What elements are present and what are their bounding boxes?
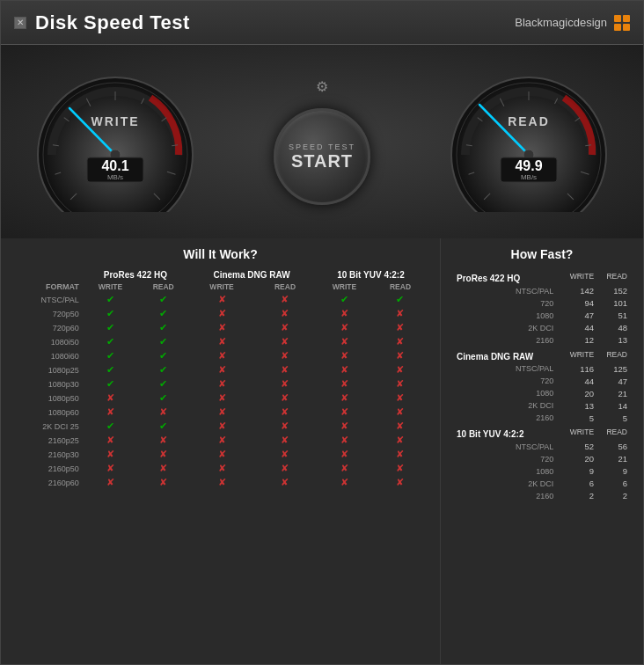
check-icon: ✔ — [106, 336, 114, 347]
read-value: 51 — [596, 310, 630, 322]
check-icon: ✔ — [159, 378, 167, 389]
table-row: 2160p30✘✘✘✘✘✘ — [14, 448, 427, 462]
cross-icon: ✘ — [218, 336, 226, 347]
format-cell: 1080i50 — [14, 335, 83, 349]
cross-icon: ✘ — [159, 463, 167, 473]
lower-section: Will It Work? ProRes 422 HQ Cinema DNG R… — [1, 238, 643, 664]
compat-cell: ✘ — [255, 391, 315, 406]
speed-group-name: Cinema DNG RAW — [454, 347, 559, 363]
cross-icon: ✘ — [106, 449, 114, 459]
prores-header: ProRes 422 HQ — [83, 268, 188, 281]
check-icon: ✔ — [106, 350, 114, 361]
read-value: 21 — [596, 387, 630, 399]
write-value: 13 — [559, 399, 596, 412]
check-icon: ✔ — [396, 294, 404, 304]
compat-cell: ✘ — [374, 406, 427, 420]
speed-data-row: 10802021 — [454, 387, 630, 399]
compat-cell: ✘ — [188, 391, 255, 406]
read-value: 125 — [596, 362, 630, 375]
compat-cell: ✘ — [188, 307, 255, 321]
table-row: 1080p30✔✔✘✘✘✘ — [14, 377, 427, 391]
speed-row-label: NTSC/PAL — [454, 441, 559, 453]
compat-cell: ✔ — [83, 335, 138, 349]
speed-row-label: 720 — [454, 375, 559, 387]
speed-row-label: 1080 — [454, 465, 559, 478]
speed-write-header: WRITE — [559, 347, 596, 363]
cross-icon: ✘ — [159, 406, 167, 417]
cross-icon: ✘ — [340, 420, 348, 431]
compat-cell: ✘ — [374, 420, 427, 434]
cross-icon: ✘ — [340, 364, 348, 375]
compat-cell: ✔ — [374, 293, 427, 307]
compat-cell: ✘ — [315, 377, 374, 391]
speed-data-row: 216022 — [454, 490, 630, 502]
cross-icon: ✘ — [281, 378, 289, 389]
speed-row-label: 1080 — [454, 310, 559, 322]
brand-logo — [614, 15, 630, 31]
speed-write-header: WRITE — [559, 268, 596, 285]
format-cell: 2160p60 — [14, 476, 83, 490]
speed-write-header: WRITE — [559, 424, 596, 441]
table-row: 2K DCI 25✔✔✘✘✘✘ — [14, 420, 427, 434]
read-value: 152 — [596, 285, 630, 297]
compat-cell: ✘ — [255, 434, 315, 448]
compat-cell: ✘ — [315, 462, 374, 476]
check-icon: ✔ — [106, 294, 114, 304]
start-button[interactable]: SPEED TEST START — [274, 108, 370, 205]
speed-group-name: ProRes 422 HQ — [454, 268, 559, 285]
check-icon: ✔ — [159, 350, 167, 361]
cross-icon: ✘ — [340, 350, 348, 361]
compat-cell: ✘ — [188, 377, 255, 391]
compat-cell: ✘ — [255, 307, 315, 321]
compat-cell: ✘ — [255, 363, 315, 377]
speed-data-row: 10804751 — [454, 310, 630, 322]
read-value: 56 — [596, 441, 630, 453]
compat-cell: ✘ — [188, 462, 255, 476]
format-cell: 1080p30 — [14, 377, 83, 391]
check-icon: ✔ — [106, 420, 114, 431]
brand-dot-1 — [614, 15, 621, 22]
write-value: 9 — [559, 465, 596, 478]
app-title: Disk Speed Test — [35, 11, 190, 34]
compat-cell: ✘ — [255, 406, 315, 420]
gauges-section: WRITE 40.1 MB/s ⚙ SPEED TEST START — [1, 45, 643, 238]
compat-cell: ✘ — [83, 391, 138, 406]
compat-cell: ✘ — [83, 462, 138, 476]
compat-cell: ✘ — [315, 349, 374, 363]
compat-cell: ✘ — [255, 476, 315, 490]
cross-icon: ✘ — [159, 435, 167, 445]
cross-icon: ✘ — [281, 449, 289, 459]
cross-icon: ✘ — [340, 463, 348, 473]
compat-cell: ✘ — [374, 335, 427, 349]
compat-cell: ✔ — [83, 307, 138, 321]
table-row: 2160p25✘✘✘✘✘✘ — [14, 434, 427, 448]
cross-icon: ✘ — [396, 420, 404, 431]
compat-table: ProRes 422 HQ Cinema DNG RAW 10 Bit YUV … — [14, 268, 427, 490]
speed-row-label: 720 — [454, 453, 559, 465]
svg-text:MB/s: MB/s — [107, 173, 123, 181]
format-cell: 1080p25 — [14, 363, 83, 377]
speed-data-row: 108099 — [454, 465, 630, 478]
read-value: 2 — [596, 490, 630, 502]
write-value: 6 — [559, 478, 596, 490]
write-gauge: WRITE 40.1 MB/s — [27, 71, 203, 212]
speed-group-header: Cinema DNG RAWWRITEREAD — [454, 347, 630, 363]
settings-button[interactable]: ⚙ — [316, 78, 328, 95]
speed-data-row: NTSC/PAL5256 — [454, 441, 630, 453]
cross-icon: ✘ — [396, 336, 404, 347]
close-button[interactable]: ✕ — [14, 17, 26, 29]
speed-group-header: ProRes 422 HQWRITEREAD — [454, 268, 630, 285]
read-value: 6 — [596, 478, 630, 490]
yuv-header: 10 Bit YUV 4:2:2 — [315, 268, 427, 281]
cross-icon: ✘ — [396, 406, 404, 417]
col-cinema-read: READ — [255, 281, 315, 293]
cross-icon: ✘ — [281, 364, 289, 375]
speed-data-row: 2K DCI1314 — [454, 399, 630, 412]
col-cinema-write: WRITE — [188, 281, 255, 293]
write-value: 94 — [559, 297, 596, 310]
cross-icon: ✘ — [396, 350, 404, 361]
compat-cell: ✘ — [188, 349, 255, 363]
compat-cell: ✔ — [83, 377, 138, 391]
cross-icon: ✘ — [396, 322, 404, 332]
compat-cell: ✔ — [138, 363, 188, 377]
